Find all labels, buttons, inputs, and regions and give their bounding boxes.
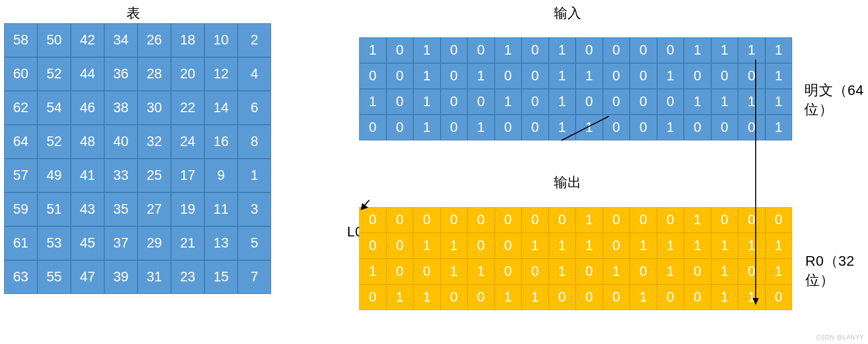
input-bit-cell: 1 — [467, 63, 495, 89]
perm-cell: 57 — [4, 159, 37, 192]
input-bit-cell: 0 — [522, 37, 549, 63]
perm-cell: 27 — [138, 192, 171, 226]
input-bit-cell: 1 — [765, 115, 793, 140]
plaintext-label: 明文（64位） — [804, 81, 868, 119]
output-bit-cell: 0 — [359, 233, 386, 259]
input-bit-cell: 0 — [630, 115, 657, 140]
input-bit-cell: 1 — [495, 89, 522, 115]
watermark: CSDN @LANYY — [816, 334, 864, 341]
perm-cell: 61 — [4, 226, 37, 260]
output-bit-cell: 0 — [603, 233, 630, 259]
perm-cell: 21 — [171, 226, 204, 260]
output-bit-cell: 1 — [684, 207, 711, 233]
input-bit-cell: 1 — [549, 115, 576, 140]
output-bit-cell: 1 — [467, 259, 495, 284]
perm-cell: 37 — [104, 226, 138, 260]
input-bit-cell: 0 — [576, 37, 603, 63]
output-bit-cell: 0 — [359, 207, 386, 233]
input-bit-cell: 0 — [738, 63, 765, 89]
input-bit-cell: 1 — [495, 37, 522, 63]
input-bit-cell: 1 — [413, 37, 441, 63]
perm-cell: 34 — [104, 23, 138, 57]
output-bit-cell: 1 — [549, 233, 576, 259]
perm-cell: 32 — [138, 125, 171, 159]
input-bit-cell: 0 — [467, 37, 495, 63]
output-bit-cell: 0 — [441, 207, 468, 233]
input-bit-cell: 0 — [684, 63, 711, 89]
perm-cell: 17 — [171, 159, 204, 192]
output-bit-cell: 1 — [441, 259, 468, 284]
perm-cell: 64 — [4, 125, 37, 159]
input-bit-cell: 1 — [576, 63, 603, 89]
perm-cell: 48 — [71, 125, 104, 159]
output-bit-cell: 0 — [441, 284, 468, 310]
perm-cell: 43 — [71, 192, 104, 226]
input-bit-cell: 0 — [603, 37, 630, 63]
input-bit-cell: 0 — [657, 37, 684, 63]
perm-cell: 39 — [104, 260, 138, 294]
output-bit-cell: 0 — [765, 284, 793, 310]
perm-cell: 24 — [171, 125, 204, 159]
output-bit-cell: 0 — [684, 284, 711, 310]
perm-cell: 7 — [238, 260, 271, 294]
input-bit-cell: 0 — [495, 115, 522, 140]
output-bit-cell: 0 — [386, 233, 414, 259]
output-bit-cell: 0 — [386, 207, 414, 233]
output-bit-cell: 0 — [738, 207, 765, 233]
perm-cell: 46 — [71, 91, 104, 125]
perm-cell: 9 — [204, 159, 238, 192]
output-bit-cell: 0 — [413, 259, 441, 284]
input-bit-cell: 0 — [630, 63, 657, 89]
table-title: 表 — [126, 4, 140, 22]
input-bit-cell: 1 — [549, 89, 576, 115]
permutation-table: 5850423426181026052443628201246254463830… — [4, 23, 271, 294]
output-bit-cell: 0 — [386, 259, 414, 284]
output-bit-cell: 1 — [576, 207, 603, 233]
output-bit-cell: 0 — [684, 259, 711, 284]
input-bit-cell: 1 — [657, 63, 684, 89]
perm-cell: 11 — [204, 192, 238, 226]
output-bit-cell: 1 — [603, 259, 630, 284]
output-bit-cell: 1 — [576, 233, 603, 259]
perm-cell: 38 — [104, 91, 138, 125]
perm-cell: 52 — [37, 125, 71, 159]
perm-cell: 49 — [37, 159, 71, 192]
output-bit-cell: 0 — [495, 207, 522, 233]
input-bit-cell: 1 — [549, 37, 576, 63]
output-bit-cell: 0 — [467, 284, 495, 310]
perm-cell: 59 — [4, 192, 37, 226]
output-bit-cell: 1 — [413, 284, 441, 310]
input-bit-cell: 0 — [522, 89, 549, 115]
output-bit-cell: 0 — [549, 284, 576, 310]
input-bit-cell: 0 — [495, 63, 522, 89]
output-bit-cell: 1 — [711, 259, 739, 284]
output-bit-cell: 1 — [657, 259, 684, 284]
output-bit-cell: 1 — [386, 284, 414, 310]
input-bit-cell: 1 — [738, 89, 765, 115]
input-bit-cell: 0 — [386, 63, 414, 89]
input-bit-cell: 1 — [711, 37, 739, 63]
input-bit-cell: 0 — [522, 63, 549, 89]
perm-cell: 50 — [37, 23, 71, 57]
perm-cell: 26 — [138, 23, 171, 57]
perm-cell: 42 — [71, 23, 104, 57]
output-bit-cell: 1 — [413, 233, 441, 259]
output-bit-cell: 0 — [711, 207, 739, 233]
input-bit-cell: 1 — [576, 115, 603, 140]
input-bit-cell: 1 — [684, 89, 711, 115]
output-bit-cell: 0 — [738, 259, 765, 284]
output-bit-cell: 0 — [657, 284, 684, 310]
output-bit-cell: 1 — [684, 233, 711, 259]
output-bit-cell: 0 — [359, 284, 386, 310]
perm-cell: 47 — [71, 260, 104, 294]
input-bit-cell: 0 — [359, 115, 386, 140]
input-bit-cell: 1 — [413, 63, 441, 89]
input-bit-cell: 1 — [765, 89, 793, 115]
output-bit-cell: 1 — [522, 233, 549, 259]
perm-cell: 15 — [204, 260, 238, 294]
perm-cell: 54 — [37, 91, 71, 125]
output-bit-cell: 0 — [495, 233, 522, 259]
perm-cell: 58 — [4, 23, 37, 57]
input-bit-cell: 1 — [738, 37, 765, 63]
output-bit-cell: 0 — [495, 259, 522, 284]
